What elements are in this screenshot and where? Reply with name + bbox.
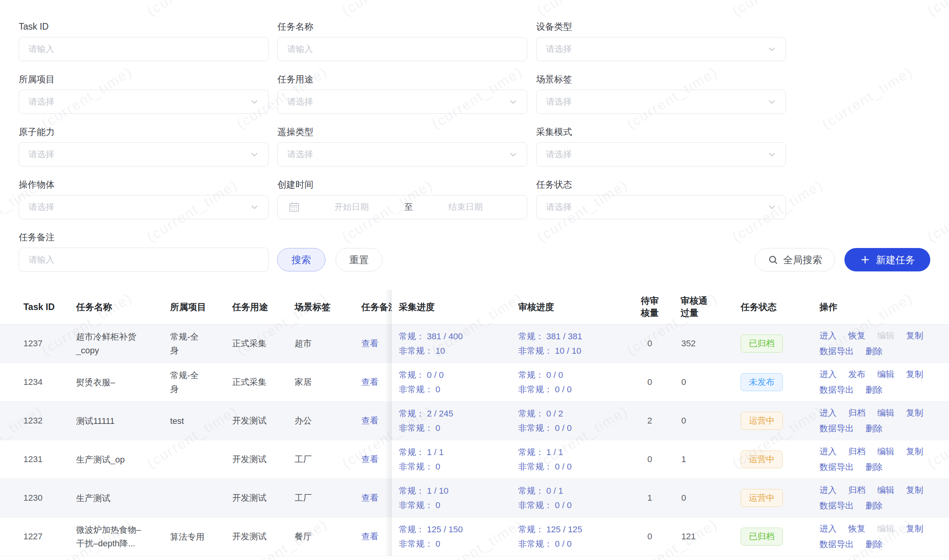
op-link-action[interactable]: 进入 [819, 328, 837, 343]
op-link-action[interactable]: 删除 [865, 498, 883, 513]
progress-regular-line: 常规： 0 / 2 [518, 406, 563, 421]
cell-review-progress: 常规： 0 / 2非常规： 0 / 0 [511, 402, 628, 440]
cell-status: 已归档 [730, 324, 808, 363]
filter-select[interactable]: 请选择 [536, 142, 786, 167]
op-link-action[interactable]: 进入 [819, 521, 837, 536]
row-right: 常规： 0 / 0非常规： 0常规： 0 / 0非常规： 0 / 000未发布进… [392, 363, 949, 401]
op-link-action[interactable]: 进入 [819, 444, 837, 459]
column-header: 审核通 过量 [671, 290, 730, 324]
progress-regular-line: 常规： 1 / 1 [399, 445, 444, 459]
op-link-action[interactable]: 进入 [819, 483, 837, 498]
cell-task-id: 1234 [0, 363, 76, 401]
op-link-action[interactable]: 进入 [819, 406, 837, 420]
op-link-action[interactable]: 复制 [906, 483, 923, 498]
remark-view-link[interactable]: 查看 [361, 376, 379, 388]
filter-select[interactable]: 请选择 [536, 90, 786, 114]
op-link-action[interactable]: 发布 [848, 367, 865, 382]
filter-select[interactable]: 请选择 [536, 37, 786, 61]
cell-approved-count: 352 [671, 324, 730, 363]
op-link-action[interactable]: 复制 [906, 444, 923, 459]
cell-status: 运营中 [730, 440, 808, 478]
filter-label: Task ID [19, 22, 268, 31]
op-link-action[interactable]: 数据导出 [819, 344, 854, 359]
filter-select[interactable]: 请选择 [277, 90, 527, 114]
column-header: Task ID [0, 290, 76, 324]
filter-input-wrap [277, 37, 527, 61]
filter-select[interactable]: 请选择 [19, 90, 268, 114]
op-link-action[interactable]: 删除 [865, 383, 883, 397]
progress-regular-line: 常规： 0 / 0 [399, 368, 444, 382]
op-link-action[interactable]: 删除 [865, 421, 883, 436]
chevron-down-icon [767, 44, 777, 54]
create-task-button[interactable]: 新建任务 [844, 248, 930, 271]
cell-review-progress: 常规： 1 / 1非常规： 0 / 0 [511, 440, 628, 478]
cell-approved-count: 1 [671, 440, 730, 478]
remark-view-link[interactable]: 查看 [361, 531, 379, 542]
progress-regular-line: 常规： 125 / 150 [399, 522, 463, 537]
cell-collect-progress: 常规： 2 / 245非常规： 0 [392, 402, 511, 440]
cell-task-id: 1230 [0, 479, 76, 517]
op-link-action[interactable]: 数据导出 [819, 498, 854, 513]
chevron-down-icon [508, 97, 518, 107]
op-link-action[interactable]: 删除 [865, 460, 883, 475]
op-link-action[interactable]: 归档 [848, 444, 865, 459]
cell-remark: 查看 [358, 479, 392, 517]
op-link-action[interactable]: 删除 [865, 344, 883, 359]
op-link-action[interactable]: 删除 [865, 537, 883, 552]
op-link-action[interactable]: 恢复 [848, 328, 865, 343]
table-row: 1227微波炉加热食物– 干扰–depth降...算法专用开发测试餐厅查看常规：… [0, 517, 949, 556]
progress-irregular-line: 非常规： 0 / 0 [518, 459, 572, 474]
global-search-button[interactable]: 全局搜索 [755, 248, 835, 271]
status-badge: 已归档 [741, 335, 783, 353]
filter-select[interactable]: 请选择 [19, 142, 268, 167]
search-button[interactable]: 搜索 [277, 248, 325, 271]
filter-select[interactable]: 请选择 [536, 195, 786, 219]
date-range-picker[interactable]: 开始日期至结束日期 [277, 195, 527, 219]
remark-view-link[interactable]: 查看 [361, 415, 379, 427]
filter-label: 原子能力 [19, 127, 268, 136]
filter-label: 遥操类型 [277, 127, 527, 136]
reset-button[interactable]: 重置 [336, 248, 382, 271]
filter-input[interactable] [19, 255, 268, 265]
filter-input[interactable] [19, 44, 268, 54]
progress-irregular-line: 非常规： 0 / 0 [518, 382, 572, 397]
remark-view-link[interactable]: 查看 [361, 492, 379, 504]
column-header: 采集进度 [392, 290, 511, 324]
filter-input-wrap [19, 248, 268, 272]
op-link-action[interactable]: 数据导出 [819, 460, 854, 475]
progress-irregular-line: 非常规： 0 [399, 421, 440, 435]
op-link-action[interactable]: 数据导出 [819, 421, 854, 436]
cell-scene-tag: 家居 [295, 363, 358, 401]
op-link-action[interactable]: 复制 [906, 406, 923, 420]
op-link-action[interactable]: 复制 [906, 328, 923, 343]
progress-regular-line: 常规： 381 / 381 [518, 329, 582, 344]
filter-field: 任务备注 [19, 232, 268, 272]
op-link-action[interactable]: 编辑 [877, 406, 894, 420]
op-link-action[interactable]: 复制 [906, 521, 923, 536]
op-link-action[interactable]: 数据导出 [819, 537, 854, 552]
op-link-action[interactable]: 归档 [848, 406, 865, 420]
op-link-action[interactable]: 复制 [906, 367, 923, 382]
filter-input[interactable] [278, 44, 527, 54]
filter-select[interactable]: 请选择 [19, 195, 268, 219]
op-link-action[interactable]: 编辑 [877, 483, 894, 498]
progress-regular-line: 常规： 1 / 1 [518, 445, 563, 459]
op-link-action[interactable]: 数据导出 [819, 383, 854, 397]
table-header-right: 采集进度审核进度待审 核量审核通 过量任务状态操作 [392, 290, 949, 324]
remark-view-link[interactable]: 查看 [361, 454, 379, 465]
op-link-action[interactable]: 进入 [819, 367, 837, 382]
op-link-action[interactable]: 恢复 [848, 521, 865, 536]
chevron-down-icon [767, 149, 777, 159]
task-management-page: Task ID任务名称设备类型请选择所属项目请选择任务用途请选择场景标签请选择原… [0, 0, 949, 560]
progress-irregular-line: 非常规： 10 [399, 344, 445, 358]
cell-pending-count: 0 [628, 517, 671, 556]
op-link-action[interactable]: 归档 [848, 483, 865, 498]
operations-wrap: 进入归档编辑复制数据导出删除 [819, 483, 949, 513]
cell-task-id: 1227 [0, 517, 76, 556]
cell-purpose: 开发测试 [232, 440, 295, 478]
select-placeholder: 请选择 [28, 149, 54, 160]
op-link-action[interactable]: 编辑 [877, 367, 894, 382]
remark-view-link[interactable]: 查看 [361, 338, 379, 349]
filter-select[interactable]: 请选择 [277, 142, 527, 167]
op-link-action[interactable]: 编辑 [877, 444, 894, 459]
